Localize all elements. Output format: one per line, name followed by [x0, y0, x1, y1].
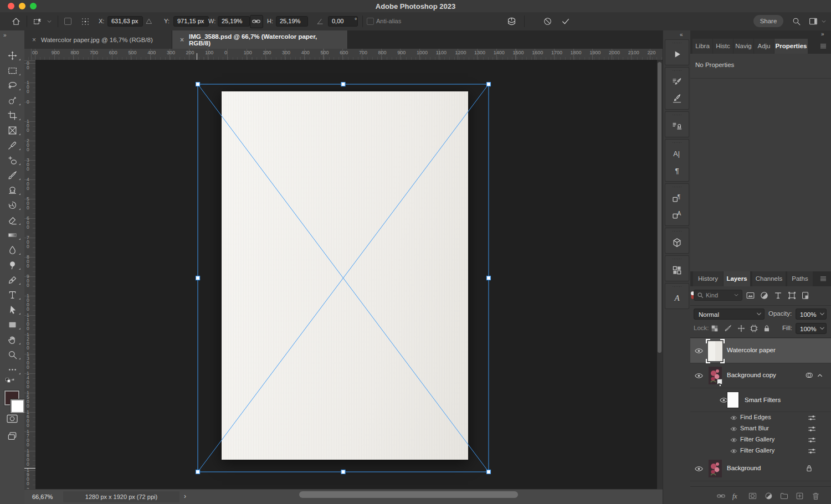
x-value-input[interactable]: 631,63 px	[107, 16, 143, 27]
reference-point-checkbox[interactable]	[64, 18, 71, 25]
tab-history[interactable]: History	[693, 271, 723, 286]
visibility-eye-icon[interactable]	[694, 464, 704, 474]
y-value-input[interactable]: 971,15 px	[173, 16, 209, 27]
screen-mode-icon[interactable]	[6, 430, 18, 441]
document-tab[interactable]: ×Watercolor paper.jpg @ 16,7% (RGB/8)	[24, 30, 172, 49]
commit-transform-icon[interactable]	[561, 17, 571, 26]
tab-channels[interactable]: Channels	[752, 271, 786, 286]
panel-button-brushes[interactable]	[665, 90, 689, 107]
rectangle-tool[interactable]	[0, 317, 24, 332]
brush-tool[interactable]	[0, 168, 24, 183]
drag-handle[interactable]	[672, 142, 682, 144]
panel-button-clone-source[interactable]	[665, 118, 689, 135]
status-chevron-icon[interactable]: ›	[184, 492, 186, 500]
filter-adjustment-layers-icon[interactable]	[760, 291, 769, 300]
history-brush-tool[interactable]	[0, 198, 24, 213]
filter-blending-options-icon[interactable]	[808, 425, 816, 433]
link-dimensions-button[interactable]	[250, 15, 263, 28]
h-value-input[interactable]: 25,19%	[276, 16, 308, 27]
crop-tool[interactable]	[0, 108, 24, 123]
layer-name[interactable]: Smart Filters	[745, 397, 781, 403]
chevron-down-icon[interactable]	[47, 19, 52, 24]
transform-tool-icon[interactable]	[32, 17, 43, 27]
filter-smart-objects-icon[interactable]	[801, 291, 810, 300]
smart-filter-row[interactable]: Find Edges	[690, 412, 831, 423]
lock-all-icon[interactable]	[762, 324, 771, 333]
strip-collapse-button[interactable]: «	[680, 32, 683, 38]
tab-close-icon[interactable]: ×	[32, 36, 36, 44]
tab-libra[interactable]: Libra	[693, 39, 712, 54]
background-color-swatch[interactable]	[11, 399, 24, 413]
eyedropper-tool[interactable]	[0, 138, 24, 153]
gradient-tool[interactable]	[0, 228, 24, 243]
filter-type-layers-icon[interactable]	[773, 291, 783, 300]
layer-row[interactable]: Smart Filters	[690, 388, 831, 412]
lock-position-icon[interactable]	[737, 324, 746, 333]
warp-mode-icon[interactable]	[506, 16, 517, 27]
blur-tool[interactable]	[0, 243, 24, 258]
zoom-level-field[interactable]: 66,67%	[32, 493, 53, 500]
panel-button-paragraph[interactable]: ¶	[665, 162, 689, 179]
drag-handle[interactable]	[672, 186, 682, 188]
healing-brush-tool[interactable]	[0, 153, 24, 168]
tab-adju[interactable]: Adju	[754, 39, 774, 54]
smart-filter-row[interactable]: Filter Gallery	[690, 445, 831, 456]
smart-filter-row[interactable]: Filter Gallery	[690, 434, 831, 445]
tab-layers[interactable]: Layers	[724, 271, 750, 286]
dodge-tool[interactable]	[0, 258, 24, 272]
layer-row[interactable]: Background copy	[690, 363, 831, 388]
filter-blending-options-icon[interactable]	[808, 414, 816, 422]
layer-mask-button[interactable]	[748, 491, 757, 501]
lock-transparent-pixels-icon[interactable]	[710, 324, 719, 333]
panel-button-glyphs[interactable]: A	[665, 290, 689, 306]
drag-handle[interactable]	[672, 230, 682, 233]
filter-pixel-layers-icon[interactable]	[746, 291, 755, 300]
panel-button-threed[interactable]	[665, 234, 689, 251]
canvas-viewport[interactable]	[35, 60, 657, 489]
zoom-tool[interactable]	[0, 347, 24, 362]
hand-tool[interactable]	[0, 332, 24, 347]
tab-histc[interactable]: Histc	[713, 39, 733, 54]
panel-menu-icon[interactable]	[819, 275, 828, 282]
layer-name[interactable]: Background	[727, 465, 761, 471]
layer-thumbnail[interactable]	[709, 460, 722, 477]
filter-blending-options-icon[interactable]	[808, 436, 816, 444]
workspace-switcher-icon[interactable]	[808, 17, 818, 26]
lock-artboard-icon[interactable]	[750, 324, 758, 333]
swap-colors-icon[interactable]	[4, 376, 16, 386]
w-value-input[interactable]: 25,19%	[218, 16, 250, 27]
document-tab[interactable]: ×IMG_3588.psd @ 66,7% (Watercolor paper,…	[172, 30, 348, 49]
object-selection-tool[interactable]	[0, 93, 24, 108]
share-button[interactable]: Share	[753, 15, 783, 27]
layer-effects-button[interactable]: fx	[732, 492, 742, 502]
drag-handle[interactable]	[672, 286, 682, 288]
drag-handle[interactable]	[672, 70, 682, 72]
dock-collapse-button[interactable]: »	[821, 31, 824, 37]
layer-row[interactable]: Background	[690, 456, 831, 481]
lasso-tool[interactable]	[0, 78, 24, 93]
angle-value-input[interactable]: 0,00	[328, 16, 358, 27]
layer-thumbnail[interactable]	[727, 392, 739, 408]
panel-button-paragraph-styles[interactable]: ¶	[665, 190, 689, 207]
visibility-eye-icon[interactable]	[730, 448, 737, 455]
vertical-ruler[interactable]: 0 01 0 001 0 02 0 03 0 04 0 05 0 06 0 07…	[24, 60, 36, 489]
clone-stamp-tool[interactable]	[0, 183, 24, 198]
chevron-down-icon[interactable]	[821, 19, 827, 24]
tab-paths[interactable]: Paths	[787, 271, 813, 286]
quick-mask-icon[interactable]	[6, 414, 18, 424]
tab-navig[interactable]: Navig	[733, 39, 753, 54]
visibility-eye-icon[interactable]	[730, 425, 737, 433]
panel-button-character-styles[interactable]: A	[665, 207, 689, 223]
vertical-scrollbar[interactable]	[658, 62, 661, 353]
panel-button-brush-settings[interactable]	[665, 74, 689, 90]
type-tool[interactable]	[0, 287, 24, 302]
drag-handle[interactable]	[672, 42, 682, 44]
filter-shape-layers-icon[interactable]	[787, 291, 797, 300]
new-layer-button[interactable]	[795, 491, 804, 501]
visibility-eye-icon[interactable]	[694, 346, 704, 356]
smart-filter-row[interactable]: Smart Blur	[690, 423, 831, 434]
delete-layer-button[interactable]	[811, 491, 820, 501]
layer-thumbnail[interactable]	[706, 339, 725, 363]
document-info[interactable]: 1280 px x 1920 px (72 ppi)	[63, 491, 179, 502]
panel-button-patterns[interactable]	[665, 262, 689, 279]
